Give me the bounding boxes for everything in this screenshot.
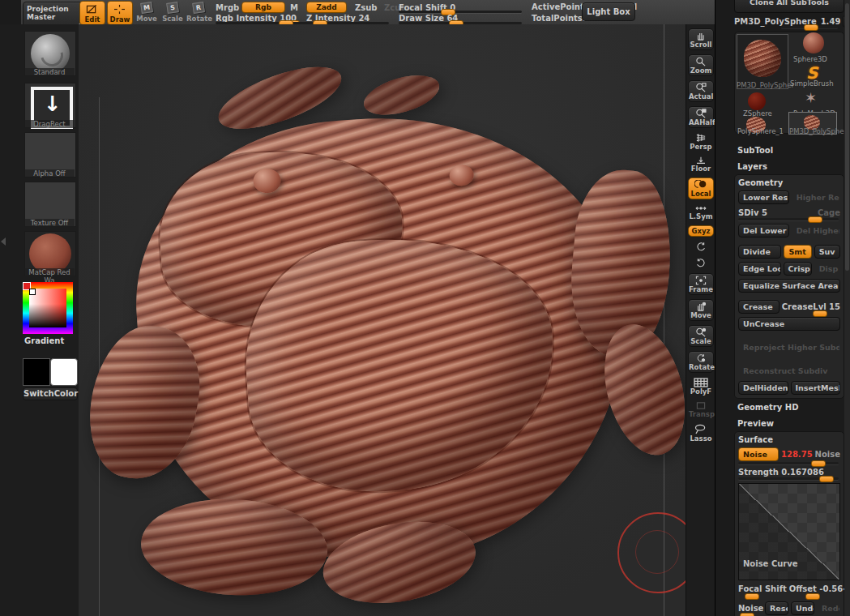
focal-shift-slider[interactable]	[399, 11, 522, 13]
insertmesh-button[interactable]: InsertMesh	[791, 381, 841, 395]
suv-toggle[interactable]: Suv	[814, 245, 840, 259]
reproject-button[interactable]: Reproject Higher Subdiv	[738, 340, 840, 354]
color-swatch-white[interactable]	[50, 358, 78, 386]
sdiv-slider-label: SDiv 5	[738, 208, 767, 217]
section-geometry[interactable]: Geometry	[738, 178, 840, 187]
section-surface[interactable]: Surface	[738, 435, 840, 444]
noise-slider-handle[interactable]	[811, 460, 826, 467]
creaselvl-handle[interactable]	[813, 310, 827, 317]
lasso-toggle[interactable]: Lasso	[689, 423, 713, 443]
aahalf-magnifier-icon	[694, 109, 707, 118]
active-tool-name[interactable]: PM3D_PolySphere_1.49	[734, 17, 840, 26]
sphere3d-thumb[interactable]	[803, 32, 824, 53]
reset-button[interactable]: Reset	[765, 601, 788, 615]
left-tray-handle[interactable]	[1, 237, 6, 246]
rotate-shelf-button[interactable]: Rotate	[688, 351, 714, 373]
floor-toggle[interactable]: Floor	[689, 156, 713, 173]
disp-toggle[interactable]: Disp	[814, 262, 840, 276]
scale-shelf-button[interactable]: Scale	[688, 325, 714, 347]
lower-res-button[interactable]: Lower Res	[738, 190, 789, 204]
sdiv-handle[interactable]	[808, 216, 822, 223]
panel-scrollbar[interactable]	[844, 0, 850, 616]
lsym-toggle[interactable]: L.Sym	[689, 203, 713, 221]
gradient-label[interactable]: Gradient	[23, 334, 76, 348]
noise-button[interactable]: Noise	[738, 447, 779, 461]
zsphere-thumb[interactable]	[748, 92, 766, 110]
zsub-toggle[interactable]: Zsub	[355, 3, 377, 12]
undo-button[interactable]: Undo	[791, 601, 814, 615]
aahalf-button[interactable]: AAHalf	[688, 106, 714, 128]
delhidden-button[interactable]: DelHidden	[738, 381, 788, 395]
tool-slider-handle[interactable]	[804, 24, 818, 31]
del-higher-button[interactable]: Del Higher	[792, 224, 840, 237]
frame-button[interactable]: Frame	[688, 273, 714, 295]
spin-button-2[interactable]	[689, 257, 713, 269]
smt-toggle[interactable]: Smt	[784, 245, 812, 259]
zadd-toggle[interactable]: Zadd	[306, 2, 347, 13]
m-toggle[interactable]: M	[290, 3, 298, 12]
strength-slider-label: Strength 0.167086	[738, 468, 824, 477]
scroll-hand-icon	[694, 31, 707, 41]
crisp-toggle[interactable]: Crisp	[784, 262, 812, 276]
material-selector[interactable]: MatCap Red Wa	[24, 231, 75, 284]
reconstruct-button[interactable]: Reconstruct Subdiv	[738, 364, 840, 378]
polyframe-grid-icon	[694, 378, 708, 387]
strength-handle[interactable]	[819, 476, 834, 482]
sdiv-slider[interactable]	[738, 218, 839, 220]
noise-slider[interactable]	[738, 462, 839, 464]
noise-scale-handle[interactable]	[740, 613, 754, 616]
redo-button[interactable]: Redo	[817, 601, 840, 615]
actual-button[interactable]: Actual	[688, 80, 714, 102]
light-box-button[interactable]: Light Box	[582, 2, 635, 21]
viewport-canvas[interactable]	[79, 24, 686, 616]
transp-toggle[interactable]: Transp	[689, 400, 713, 419]
higher-res-button[interactable]: Higher Res	[792, 190, 840, 204]
color-swatch-black[interactable]	[23, 358, 50, 386]
brush-standard[interactable]: Standard	[24, 31, 75, 76]
frame-corners-icon	[694, 276, 707, 285]
clone-all-subtools-button[interactable]: Clone All SubTools	[734, 0, 844, 13]
color-picker[interactable]: Gradient	[23, 282, 76, 348]
stroke-dragrect[interactable]: DragRect	[24, 83, 75, 128]
strength-slider[interactable]	[738, 477, 839, 480]
switchcolor-button[interactable]: SwitchColor	[23, 387, 78, 400]
draw-button[interactable]: Draw	[107, 1, 133, 25]
section-subtool[interactable]: SubTool	[734, 142, 844, 158]
brush-cursor-inner	[635, 530, 679, 574]
offset-handle[interactable]	[805, 593, 820, 600]
local-icon	[694, 180, 707, 190]
local-toggle[interactable]: Local	[688, 178, 714, 199]
uncrease-button[interactable]: UnCrease	[738, 317, 840, 331]
edge-loop-button[interactable]: Edge Loop	[738, 262, 781, 276]
zoom-button[interactable]: Zoom	[688, 54, 714, 76]
divide-button[interactable]: Divide	[738, 245, 781, 259]
creaselvl-slider-label: CreaseLvl 15	[782, 302, 840, 311]
section-preview[interactable]: Preview	[734, 415, 844, 431]
del-lower-button[interactable]: Del Lower	[738, 224, 789, 237]
tool-palette: Clone All SubTools PM3D_PolySphere_1.49 …	[715, 0, 850, 616]
scale-button[interactable]: S Scale	[160, 1, 185, 24]
spin-button-1[interactable]	[689, 241, 713, 253]
texture-selector[interactable]: Texture Off	[24, 182, 75, 227]
spin-arrow-icon	[695, 242, 707, 252]
mrgb-toggle[interactable]: Mrgb	[216, 3, 239, 12]
tool-slider[interactable]	[781, 26, 838, 28]
move-button[interactable]: M Move	[135, 1, 159, 24]
polymesh3d-thumb[interactable]: ✶	[805, 89, 817, 106]
polyf-toggle[interactable]: PolyF	[689, 377, 713, 396]
equalize-surface-area-button[interactable]: Equalize Surface Area	[738, 279, 840, 293]
surface-focal-shift-handle[interactable]	[745, 593, 759, 600]
alpha-selector[interactable]: Alpha Off	[24, 132, 75, 178]
persp-toggle[interactable]: Persp	[689, 132, 713, 152]
edit-button[interactable]: Edit	[79, 1, 105, 25]
rotate-button[interactable]: R Rotate	[186, 1, 211, 24]
crease-button[interactable]: Crease	[738, 300, 780, 314]
noise-curve-editor[interactable]: Noise Curve	[738, 483, 840, 580]
lasso-icon	[694, 424, 708, 434]
section-layers[interactable]: Layers	[734, 158, 844, 174]
section-geometry-hd[interactable]: Geometry HD	[734, 399, 844, 415]
rgb-toggle[interactable]: Rgb	[241, 2, 285, 13]
scroll-button[interactable]: Scroll	[688, 28, 714, 50]
move-shelf-button[interactable]: Move	[688, 299, 714, 321]
gxyz-toggle[interactable]: Gxyz	[688, 225, 714, 237]
